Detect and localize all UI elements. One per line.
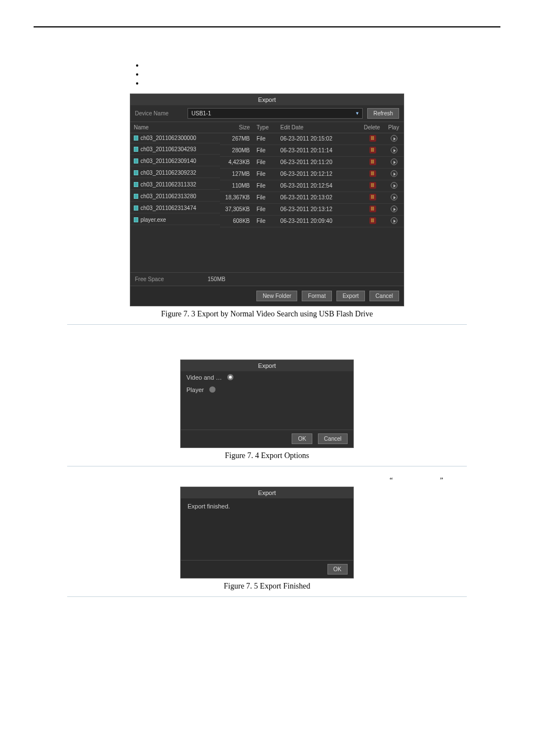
file-type: File: [253, 144, 277, 156]
delete-icon[interactable]: [369, 206, 376, 212]
file-icon: [134, 217, 138, 222]
radio-selected-icon: [227, 374, 233, 380]
file-edit-date: 06-23-2011 20:13:12: [277, 203, 360, 215]
delete-icon[interactable]: [369, 194, 376, 200]
device-name-label: Device Name: [135, 110, 183, 116]
file-name: ch03_2011062313474: [140, 205, 196, 211]
export-finished-message: Export finished.: [181, 498, 353, 560]
col-delete[interactable]: Delete: [360, 122, 385, 133]
delete-icon[interactable]: [369, 158, 376, 165]
play-icon[interactable]: [391, 147, 397, 153]
play-icon[interactable]: [391, 206, 397, 212]
cancel-button[interactable]: Cancel: [318, 433, 348, 444]
dialog-title: Export: [130, 94, 404, 105]
delete-icon[interactable]: [369, 217, 376, 224]
col-size[interactable]: Size: [220, 122, 254, 133]
option-player[interactable]: Player: [181, 384, 353, 396]
file-name: ch03_2011062300000: [140, 135, 196, 141]
option-video-and-log[interactable]: Video and …: [181, 371, 353, 384]
file-edit-date: 06-23-2011 20:11:14: [277, 144, 360, 156]
table-row[interactable]: ch03_2011062311332110MBFile06-23-2011 20…: [130, 180, 404, 192]
export-dialog: Export Device Name USB1-1 ▾ Refresh Name…: [130, 94, 404, 306]
file-type: File: [253, 180, 277, 192]
export-options-dialog: Export Video and … Player OK Cancel: [180, 360, 354, 448]
file-icon: [134, 136, 138, 141]
option-label: Player: [186, 386, 204, 393]
delete-icon[interactable]: [369, 135, 376, 142]
file-icon: [134, 206, 138, 211]
table-row[interactable]: ch03_2011062309232127MBFile06-23-2011 20…: [130, 168, 404, 180]
table-row[interactable]: ch03_201106231347437,305KBFile06-23-2011…: [130, 203, 404, 215]
new-folder-button[interactable]: New Folder: [256, 291, 297, 301]
file-size: 37,305KB: [220, 203, 254, 215]
file-type: File: [253, 168, 277, 180]
file-name: ch03_2011062313280: [140, 193, 196, 199]
cancel-button[interactable]: Cancel: [369, 291, 399, 301]
table-row[interactable]: ch03_2011062300000267MBFile06-23-2011 20…: [130, 133, 404, 144]
file-table: Name Size Type Edit Date Delete Play ch0…: [130, 122, 404, 227]
file-name: ch03_2011062309140: [140, 158, 196, 164]
file-size: 4,423KB: [220, 156, 254, 168]
file-edit-date: 06-23-2011 20:11:20: [277, 156, 360, 168]
play-icon[interactable]: [391, 170, 397, 177]
table-row[interactable]: ch03_20110623091404,423KBFile06-23-2011 …: [130, 156, 404, 168]
chevron-down-icon: ▾: [356, 110, 359, 116]
free-space-value: 150MB: [208, 276, 226, 282]
dialog-title: Export: [181, 360, 353, 371]
file-name: player.exe: [140, 217, 166, 223]
file-name: ch03_2011062309232: [140, 170, 196, 176]
file-size: 110MB: [220, 180, 254, 192]
bullet-item: [144, 61, 146, 69]
col-type[interactable]: Type: [253, 122, 277, 133]
figure-caption: Figure 7. 4 Export Options: [225, 451, 310, 460]
file-icon: [134, 170, 138, 175]
play-icon[interactable]: [391, 194, 397, 200]
device-name-value: USB1-1: [191, 110, 211, 116]
ok-button[interactable]: OK: [327, 564, 348, 575]
export-finished-dialog: Export Export finished. OK: [180, 487, 354, 578]
play-icon[interactable]: [391, 158, 397, 165]
bullet-item: [144, 79, 146, 87]
delete-icon[interactable]: [369, 147, 376, 153]
col-name[interactable]: Name: [130, 122, 220, 133]
figure-caption: Figure 7. 3 Export by Normal Video Searc…: [161, 310, 373, 319]
table-row[interactable]: ch03_2011062304293280MBFile06-23-2011 20…: [130, 144, 404, 156]
play-icon[interactable]: [391, 135, 397, 142]
col-edit[interactable]: Edit Date: [277, 122, 360, 133]
play-icon[interactable]: [391, 182, 397, 189]
file-type: File: [253, 192, 277, 203]
file-size: 267MB: [220, 133, 254, 144]
file-edit-date: 06-23-2011 20:12:12: [277, 168, 360, 180]
file-size: 18,367KB: [220, 192, 254, 203]
delete-icon[interactable]: [369, 170, 376, 177]
export-button[interactable]: Export: [336, 291, 365, 301]
file-icon: [134, 182, 138, 187]
ok-button[interactable]: OK: [292, 433, 312, 444]
delete-icon[interactable]: [369, 182, 376, 189]
file-size: 280MB: [220, 144, 254, 156]
radio-icon: [209, 386, 216, 393]
col-play[interactable]: Play: [385, 122, 404, 133]
format-button[interactable]: Format: [302, 291, 332, 301]
file-icon: [134, 194, 138, 199]
bullet-item: [144, 70, 146, 78]
file-icon: [134, 158, 138, 164]
file-type: File: [253, 156, 277, 168]
file-type: File: [253, 215, 277, 227]
file-type: File: [253, 133, 277, 144]
file-type: File: [253, 203, 277, 215]
file-size: 608KB: [220, 215, 254, 227]
device-name-dropdown[interactable]: USB1-1 ▾: [188, 108, 363, 119]
file-edit-date: 06-23-2011 20:13:02: [277, 192, 360, 203]
option-label: Video and …: [186, 374, 222, 381]
play-icon[interactable]: [391, 217, 397, 224]
file-name: ch03_2011062311332: [140, 181, 196, 188]
table-row[interactable]: player.exe608KBFile06-23-2011 20:09:40: [130, 215, 404, 227]
close-quote: ”: [440, 475, 443, 484]
file-name: ch03_2011062304293: [140, 146, 196, 152]
file-edit-date: 06-23-2011 20:12:54: [277, 180, 360, 192]
file-icon: [134, 147, 138, 152]
refresh-button[interactable]: Refresh: [367, 108, 399, 119]
dialog-title: Export: [181, 487, 353, 498]
table-row[interactable]: ch03_201106231328018,367KBFile06-23-2011…: [130, 192, 404, 203]
